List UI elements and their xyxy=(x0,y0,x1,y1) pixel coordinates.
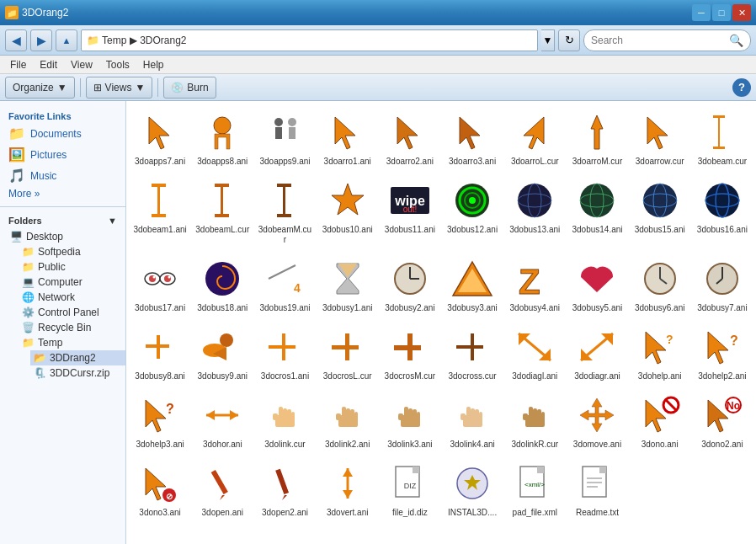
folder-recyclebin-icon: 🗑️ xyxy=(22,322,35,333)
list-item[interactable]: 3dodiagr.ani xyxy=(567,319,627,386)
menu-tools[interactable]: Tools xyxy=(99,57,136,72)
list-item[interactable]: Z3dobusy4.ani xyxy=(504,251,565,317)
sidebar-item-music[interactable]: 🎵 Music xyxy=(0,165,125,186)
menu-view[interactable]: View xyxy=(64,57,99,72)
list-item[interactable]: 3doarro3.ani xyxy=(442,104,503,171)
folder-3ddcursr[interactable]: 🗜️ 3DDCursr.zip xyxy=(30,365,125,381)
address-path[interactable]: 📁 Temp ▶ 3DOrang2 xyxy=(81,29,538,51)
folder-controlpanel[interactable]: ⚙️ Control Panel xyxy=(19,305,125,320)
list-item[interactable]: 43dobus19.ani xyxy=(254,251,315,317)
list-item[interactable]: 3dobusy8.ani xyxy=(130,319,190,386)
list-item[interactable]: 3docros1.ani xyxy=(254,319,315,386)
list-item[interactable]: 3doarro1.ani xyxy=(317,104,378,171)
back-button[interactable]: ◀ xyxy=(5,29,27,51)
list-item[interactable]: No3dono2.ani xyxy=(692,387,753,454)
folder-temp[interactable]: 📁 Temp xyxy=(19,335,125,350)
list-item[interactable]: 3dobus16.ani xyxy=(692,173,753,249)
list-item[interactable]: 3docross.cur xyxy=(442,319,503,386)
list-item[interactable]: 3dopen2.ani xyxy=(254,456,315,522)
search-input[interactable] xyxy=(591,35,726,46)
list-item[interactable]: 3dobeamL.cur xyxy=(192,173,253,249)
organize-chevron: ▼ xyxy=(57,82,67,93)
list-item[interactable]: 3dobusy7.ani xyxy=(692,251,753,317)
sidebar-item-pictures[interactable]: 🖼️ Pictures xyxy=(0,144,125,165)
list-item[interactable]: 3doarro2.ani xyxy=(380,104,440,171)
list-item[interactable]: 3dobusy3.ani xyxy=(442,251,503,317)
folder-softpedia[interactable]: 📁 Softpedia xyxy=(19,244,125,259)
list-item[interactable]: 3dono.ani xyxy=(630,387,690,454)
list-item[interactable]: 3dolinkR.cur xyxy=(504,387,565,454)
sidebar-more[interactable]: More » xyxy=(0,186,125,201)
forward-button[interactable]: ▶ xyxy=(30,29,52,51)
list-item[interactable]: ?3dohelp2.ani xyxy=(692,319,753,386)
title-bar: 📁 3DOrang2 ─ □ ✕ xyxy=(0,0,756,25)
list-item[interactable]: 3dobus10.ani xyxy=(317,173,378,249)
list-item[interactable]: 3dobus12.ani xyxy=(442,173,503,249)
list-item[interactable]: 3doapps9.ani xyxy=(254,104,315,171)
refresh-button[interactable]: ↻ xyxy=(558,29,580,51)
list-item[interactable]: 3dobus13.ani xyxy=(504,173,565,249)
file-name: 3dovert.ani xyxy=(327,508,368,518)
list-item[interactable]: 3docrosL.cur xyxy=(317,319,378,386)
list-item[interactable]: 3dolink.cur xyxy=(254,387,315,454)
list-item[interactable]: ⊘3dono3.ani xyxy=(130,456,190,522)
list-item[interactable]: 3dobus14.ani xyxy=(567,173,627,249)
up-button[interactable]: ▲ xyxy=(56,29,77,51)
list-item[interactable]: ?3dohelp.ani xyxy=(630,319,690,386)
list-item[interactable]: 3doarroM.cur xyxy=(567,104,627,171)
menu-edit[interactable]: Edit xyxy=(33,57,64,72)
list-item[interactable]: INSTAL3D.... xyxy=(442,456,503,522)
folder-public[interactable]: 📁 Public xyxy=(19,259,125,275)
list-item[interactable]: 3doapps8.ani xyxy=(192,104,253,171)
list-item[interactable]: 3dobusy1.ani xyxy=(317,251,378,317)
help-button[interactable]: ? xyxy=(732,78,751,97)
list-item[interactable]: 3dovert.ani xyxy=(317,456,378,522)
list-item[interactable]: Readme.txt xyxy=(567,456,627,522)
file-icon xyxy=(572,109,622,155)
minimize-button[interactable]: ─ xyxy=(692,4,711,21)
burn-button[interactable]: 💿 Burn xyxy=(163,77,216,99)
list-item[interactable]: 3doarrow.cur xyxy=(630,104,690,171)
list-item[interactable]: 3dobeamM.cur xyxy=(254,173,315,249)
list-item[interactable]: 3dodiagl.ani xyxy=(504,319,565,386)
close-button[interactable]: ✕ xyxy=(732,4,751,21)
list-item[interactable]: 3docrosM.cur xyxy=(380,319,440,386)
list-item[interactable]: 3doapps7.ani xyxy=(130,104,190,171)
list-item[interactable]: DIZfile_id.diz xyxy=(380,456,440,522)
list-item[interactable]: 3dobeam.cur xyxy=(692,104,753,171)
list-item[interactable]: 3doarroL.cur xyxy=(504,104,565,171)
list-item[interactable]: 3dolink2.ani xyxy=(317,387,378,454)
folder-network[interactable]: 🌐 Network xyxy=(19,290,125,305)
menu-file[interactable]: File xyxy=(3,57,33,72)
list-item[interactable]: 3dobusy9.ani xyxy=(192,319,253,386)
list-item[interactable]: 3dobusy6.ani xyxy=(630,251,690,317)
sidebar-item-documents[interactable]: 📁 Documents xyxy=(0,123,125,144)
list-item[interactable]: <xml/>pad_file.xml xyxy=(504,456,565,522)
list-item[interactable]: 3dobus17.ani xyxy=(130,251,190,317)
file-name: 3dobus16.ani xyxy=(697,225,748,235)
maximize-button[interactable]: □ xyxy=(712,4,731,21)
list-item[interactable]: 3dolink4.ani xyxy=(442,387,503,454)
list-item[interactable]: 3dolink3.ani xyxy=(380,387,440,454)
folder-recyclebin[interactable]: 🗑️ Recycle Bin xyxy=(19,320,125,335)
list-item[interactable]: 3domove.ani xyxy=(567,387,627,454)
file-icon xyxy=(697,109,748,155)
list-item[interactable]: 3dobus15.ani xyxy=(630,173,690,249)
organize-button[interactable]: Organize ▼ xyxy=(5,77,75,99)
list-item[interactable]: wipeout!3dobus11.ani xyxy=(380,173,440,249)
list-item[interactable]: 3dobus18.ani xyxy=(192,251,253,317)
menu-help[interactable]: Help xyxy=(136,57,171,72)
list-item[interactable]: 3dobusy2.ani xyxy=(380,251,440,317)
folder-3ddrang2[interactable]: 📂 3DDrang2 xyxy=(30,350,125,365)
list-item[interactable]: 3dobeam1.ani xyxy=(130,173,190,249)
folder-desktop[interactable]: 🖥️ Desktop xyxy=(7,229,125,244)
list-item[interactable]: 3dohor.ani xyxy=(192,387,253,454)
folders-toggle[interactable]: ▼ xyxy=(108,216,117,226)
views-button[interactable]: ⊞ Views ▼ xyxy=(86,77,153,99)
search-box[interactable]: 🔍 xyxy=(583,29,751,51)
address-dropdown[interactable]: ▼ xyxy=(541,29,555,51)
list-item[interactable]: 3dopen.ani xyxy=(192,456,253,522)
list-item[interactable]: 3dobusy5.ani xyxy=(567,251,627,317)
list-item[interactable]: ?3dohelp3.ani xyxy=(130,387,190,454)
folder-computer[interactable]: 💻 Computer xyxy=(19,275,125,290)
